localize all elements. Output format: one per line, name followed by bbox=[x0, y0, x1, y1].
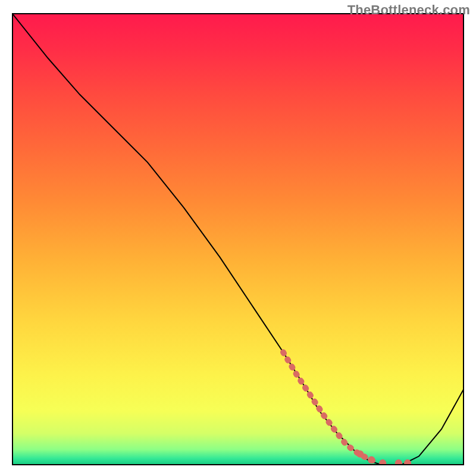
plot-svg bbox=[12, 13, 464, 465]
watermark-text: TheBottleneck.com bbox=[347, 2, 470, 18]
svg-point-1 bbox=[356, 450, 364, 458]
plot-area bbox=[12, 13, 464, 465]
svg-point-2 bbox=[368, 456, 375, 464]
svg-point-4 bbox=[395, 459, 402, 465]
highlight-segment bbox=[283, 352, 378, 462]
bottleneck-curve bbox=[12, 13, 464, 465]
svg-point-3 bbox=[379, 459, 386, 465]
chart-container: TheBottleneck.com bbox=[0, 0, 476, 476]
